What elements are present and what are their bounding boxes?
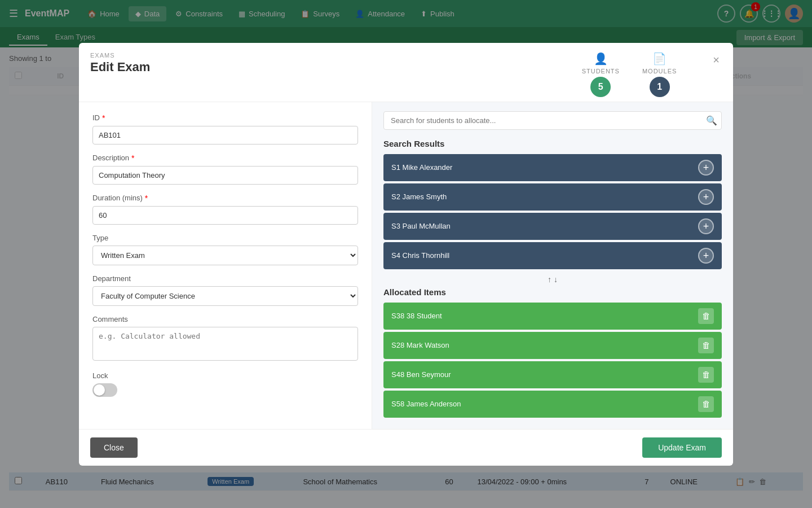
desc-required-star: * [131,154,134,163]
department-select[interactable]: Faculty of Computer Science School of Ma… [92,286,358,306]
type-select[interactable]: Written Exam Online Exam Oral Exam Pract… [92,246,358,265]
allocated-s48-label: S48 Ben Seymour [391,370,451,379]
comments-textarea[interactable] [92,327,358,361]
add-s1-button[interactable]: + [698,160,714,176]
search-results-list: S1 Mike Alexander + S2 James Smyth + S3 … [383,154,722,269]
tab-modules[interactable]: 📄 MODULES 1 [642,52,677,97]
modules-icon: 📄 [652,52,667,65]
result-s1-label: S1 Mike Alexander [391,163,452,172]
id-input[interactable] [92,126,358,144]
allocated-items-title: Allocated Items [383,287,722,297]
search-result-s2: S2 James Smyth + [383,183,722,211]
allocated-s28: S28 Mark Watson 🗑 [383,332,722,359]
id-label: ID * [92,113,358,122]
modal-overlay: EXAMS Edit Exam 👤 STUDENTS 5 📄 MODULES 1 [0,0,812,508]
search-result-s3: S3 Paul McMullan + [383,213,722,240]
duration-field-group: Duration (mins) * [92,194,358,225]
delete-s38-button[interactable]: 🗑 [698,308,714,324]
content-area: Showing 1 to IDDescriptionTypeDepartment… [0,47,812,508]
modules-count-badge: 1 [650,77,670,97]
description-input[interactable] [92,166,358,185]
comments-label: Comments [92,315,358,323]
lock-field-group: Lock [92,371,358,397]
tab-modules-label: MODULES [642,68,677,75]
search-results-title: Search Results [383,139,722,148]
result-s3-label: S3 Paul McMullan [391,222,451,230]
modal-form-section: ID * Description * D [79,102,372,429]
allocated-s38-label: S38 38 Student [391,312,442,320]
delete-s48-button[interactable]: 🗑 [698,367,714,383]
department-label: Department [92,274,358,283]
sort-arrows: ↑ ↓ [383,271,722,287]
modal-label: EXAMS [90,52,548,59]
students-count-badge: 5 [590,77,611,97]
result-s4-label: S4 Chris Thornhill [391,251,449,260]
delete-s58-button[interactable]: 🗑 [698,396,714,412]
search-row: 🔍 [383,111,722,130]
modal-close-button[interactable]: × [710,52,722,68]
lock-toggle[interactable] [92,383,117,397]
search-result-s1: S1 Mike Alexander + [383,154,722,181]
toggle-knob [94,384,105,396]
result-s2-label: S2 James Smyth [391,192,447,201]
edit-exam-modal: EXAMS Edit Exam 👤 STUDENTS 5 📄 MODULES 1 [79,43,733,466]
id-required-star: * [102,113,105,122]
modal-body: ID * Description * D [79,102,733,429]
comments-field-group: Comments [92,315,358,362]
allocated-s38: S38 38 Student 🗑 [383,303,722,330]
students-icon: 👤 [594,52,608,65]
add-s3-button[interactable]: + [698,218,714,234]
tab-students[interactable]: 👤 STUDENTS 5 [582,52,620,97]
search-button[interactable]: 🔍 [706,115,717,126]
add-s4-button[interactable]: + [698,248,714,264]
modal-header: EXAMS Edit Exam 👤 STUDENTS 5 📄 MODULES 1 [79,43,733,102]
student-search-input[interactable] [383,111,722,130]
department-field-group: Department Faculty of Computer Science S… [92,274,358,306]
duration-label: Duration (mins) * [92,194,358,203]
students-panel: 🔍 Search Results S1 Mike Alexander + S2 … [372,102,733,429]
duration-input[interactable] [92,206,358,225]
description-label: Description * [92,154,358,163]
modal-footer: Close Update Exam [79,429,733,466]
delete-s28-button[interactable]: 🗑 [698,338,714,353]
allocated-s58-label: S58 James Anderson [391,400,461,408]
description-field-group: Description * [92,154,358,185]
type-label: Type [92,234,358,242]
add-s2-button[interactable]: + [698,189,714,205]
type-field-group: Type Written Exam Online Exam Oral Exam … [92,234,358,265]
allocated-s28-label: S28 Mark Watson [391,341,449,349]
dur-required-star: * [145,194,148,203]
id-field-group: ID * [92,113,358,144]
tab-students-label: STUDENTS [582,68,620,75]
close-button[interactable]: Close [90,437,138,458]
lock-label: Lock [92,371,358,380]
modal-title: Edit Exam [90,60,548,75]
allocated-s48: S48 Ben Seymour 🗑 [383,361,722,388]
search-result-s4: S4 Chris Thornhill + [383,242,722,269]
update-exam-button[interactable]: Update Exam [642,437,722,458]
allocated-items-list: S38 38 Student 🗑 S28 Mark Watson 🗑 S48 B… [383,303,722,418]
allocated-s58: S58 James Anderson 🗑 [383,391,722,418]
